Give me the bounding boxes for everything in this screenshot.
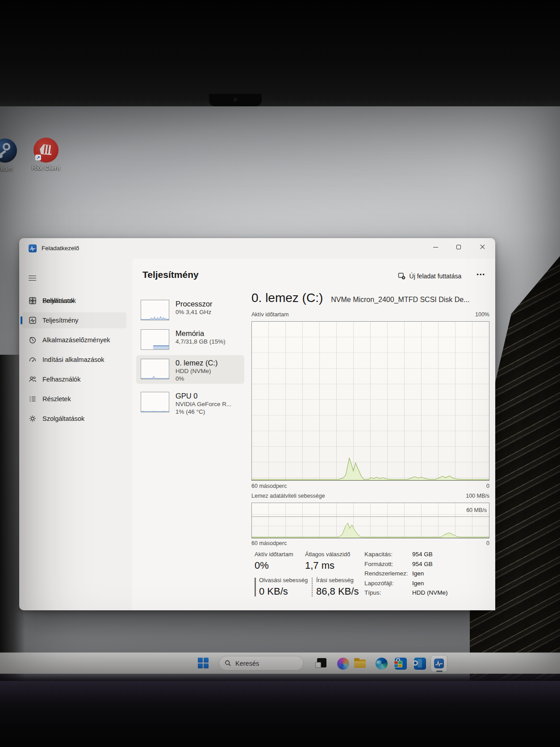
write-legend-bar xyxy=(312,578,313,596)
laptop-bezel-top xyxy=(0,0,560,106)
card-subtitle2: 1% (46 °C) xyxy=(176,408,231,415)
chart1-ylabel: Aktív időtartam xyxy=(251,311,288,318)
chart2-ylabel: Lemez adatátviteli sebessége xyxy=(251,493,325,499)
cpu-sparkline xyxy=(141,300,169,320)
card-subtitle: 0% 3,41 GHz xyxy=(176,308,213,316)
memory-usage-fill xyxy=(153,345,169,349)
desktop-icon-label: team xyxy=(0,165,19,172)
disk-activity-area xyxy=(252,458,489,480)
card-title: Memória xyxy=(176,329,226,338)
taskbar-outlook-icon[interactable] xyxy=(411,657,424,670)
laptop-photo: team ↗ Riot Client Feladatkezelő xyxy=(0,0,560,747)
disk-sparkline xyxy=(141,359,169,379)
read-legend-bar xyxy=(255,578,256,596)
riot-client-icon: ↗ xyxy=(33,138,59,163)
desktop-icon-riot-client[interactable]: ↗ Riot Client xyxy=(31,138,61,163)
webcam-notch xyxy=(209,94,262,106)
chart2-xzero: 0 xyxy=(486,540,489,546)
chart1-ymax: 100% xyxy=(475,311,489,318)
desktop-icon-steam[interactable]: team xyxy=(0,138,19,163)
stat-value: 0 KB/s xyxy=(259,586,308,597)
taskbar-copilot-icon[interactable] xyxy=(334,657,347,670)
taskbar-task-view-icon[interactable] xyxy=(315,657,328,670)
property-label: Rendszerlemez: xyxy=(364,570,412,577)
gpu-card[interactable]: GPU 0 NVIDIA GeForce R... 1% (46 °C) xyxy=(141,392,246,415)
taskbar-search-input[interactable]: Keresés xyxy=(219,656,304,671)
property-label: Lapozófájl: xyxy=(364,580,412,587)
card-subtitle2: 0% xyxy=(176,375,217,382)
device-name: NVMe Micron_2400_MTFD SCSI Disk De... xyxy=(331,296,469,304)
disk-active-time-chart xyxy=(251,321,489,481)
property-value: 954 GB xyxy=(412,551,433,558)
card-title: Processzor xyxy=(176,300,213,308)
windows-logo-icon xyxy=(198,658,209,669)
laptop-bezel-bottom xyxy=(0,681,560,747)
property-label: Típus: xyxy=(364,589,412,596)
minimize-button[interactable] xyxy=(425,239,446,255)
disk-transfer-rate-chart: 60 MB/s xyxy=(251,503,489,538)
active-app-indicator xyxy=(436,671,443,672)
property-value: Igen xyxy=(412,570,424,577)
window-title: Feladatkezelő xyxy=(42,245,79,252)
webcam-lens xyxy=(234,98,237,101)
stat-value: 86,8 KB/s xyxy=(316,586,359,597)
taskbar: Keresés xyxy=(0,653,560,674)
property-label: Kapacitás: xyxy=(364,551,412,558)
maximize-button[interactable] xyxy=(448,239,469,255)
memory-sparkline xyxy=(141,329,169,350)
menu-toggle-button[interactable] xyxy=(27,272,40,284)
task-manager-window: Feladatkezelő Folyamatok xyxy=(19,238,495,610)
sidebar-item-beallitasok[interactable]: Beállítások xyxy=(19,291,132,311)
chart1-xlabel: 60 másodperc xyxy=(251,483,287,489)
gear-icon xyxy=(29,297,37,305)
card-subtitle: HDD (NVMe) xyxy=(176,367,217,375)
card-subtitle: 4,7/31,8 GB (15%) xyxy=(176,338,226,345)
cpu-card[interactable]: Processzor 0% 3,41 GHz xyxy=(141,300,246,320)
memory-card[interactable]: Memória 4,7/31,8 GB (15%) xyxy=(141,329,246,350)
desktop-icon-label: Riot Client xyxy=(31,164,61,171)
steam-icon xyxy=(0,138,17,163)
sidebar-settings: Beállítások xyxy=(19,291,132,604)
chart2-xlabel: 60 másodperc xyxy=(251,540,287,546)
disk-transfer-area xyxy=(252,523,489,538)
disk-detail: 0. lemez (C:) NVMe Micron_2400_MTFD SCSI… xyxy=(251,259,489,610)
pane-title: Teljesítmény xyxy=(142,269,199,280)
taskbar-task-manager-icon[interactable] xyxy=(430,655,447,672)
disk-card[interactable]: 0. lemez (C:) HDD (NVMe) 0% xyxy=(141,359,246,382)
stat-label: Írási sebesség xyxy=(316,577,359,583)
property-value: Igen xyxy=(412,580,424,587)
performance-pane: Teljesítmény Új feladat futtatása ••• xyxy=(132,259,495,610)
start-button[interactable] xyxy=(195,657,212,669)
stat-value: 0% xyxy=(255,560,293,571)
stat-value: 1,7 ms xyxy=(305,560,350,571)
disk-properties: Kapacitás:954 GB Formázott:954 GB Rendsz… xyxy=(364,551,489,599)
property-value: 954 GB xyxy=(412,561,433,567)
detail-title: 0. lemez (C:) xyxy=(251,291,323,305)
search-icon xyxy=(225,660,231,667)
card-subtitle: NVIDIA GeForce R... xyxy=(176,400,231,408)
chart1-xzero: 0 xyxy=(486,483,489,489)
shortcut-arrow-icon: ↗ xyxy=(35,155,41,160)
stat-label: Olvasási sebesség xyxy=(259,577,308,583)
search-placeholder: Keresés xyxy=(235,660,259,667)
sidebar-item-label: Beállítások xyxy=(42,297,74,304)
property-value: HDD (NVMe) xyxy=(412,589,448,596)
taskbar-edge-icon[interactable] xyxy=(373,657,385,670)
stat-label: Aktív időtartam xyxy=(255,551,293,558)
card-title: 0. lemez (C:) xyxy=(176,359,217,367)
property-label: Formázott: xyxy=(364,561,412,567)
stat-label: Átlagos válaszidő xyxy=(305,551,350,558)
gpu-sparkline xyxy=(141,392,169,412)
sidebar: Folyamatok Teljesítmény xyxy=(19,259,132,610)
taskbar-microsoft-store-icon[interactable] xyxy=(392,657,405,670)
card-title: GPU 0 xyxy=(176,392,231,400)
chart2-ymax: 100 MB/s xyxy=(466,493,489,499)
laptop-screen: team ↗ Riot Client Feladatkezelő xyxy=(0,106,560,681)
taskbar-file-explorer-icon[interactable] xyxy=(354,657,366,670)
screen-edge-glow xyxy=(0,674,560,681)
window-titlebar: Feladatkezelő xyxy=(19,238,495,259)
task-manager-app-icon xyxy=(29,244,37,252)
close-button[interactable] xyxy=(472,239,493,255)
